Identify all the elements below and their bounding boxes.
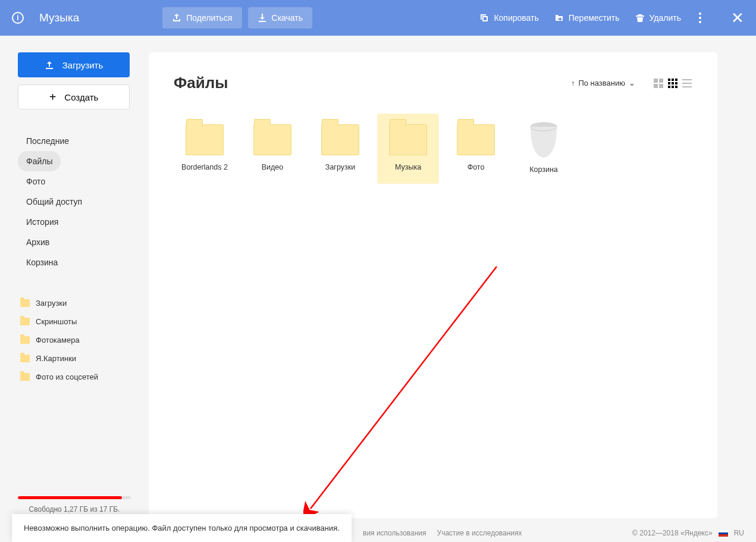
plus-icon: + [49, 90, 57, 104]
close-selection-button[interactable]: ✕ [731, 9, 744, 27]
trash-bin-icon [527, 122, 560, 159]
upload-button[interactable]: Загрузить [18, 52, 130, 77]
svg-rect-10 [668, 86, 670, 88]
file-item-1[interactable]: Видео [241, 114, 303, 184]
svg-rect-8 [672, 82, 674, 84]
folder-icon [389, 124, 427, 155]
nav-item-0[interactable]: Последние [18, 131, 131, 151]
file-grid: Borderlands 2ВидеоЗагрузкиМузыкаФотоКорз… [174, 114, 692, 184]
storage-meter: Свободно 1,27 ГБ из 17 ГБ. [18, 496, 131, 513]
file-item-2[interactable]: Загрузки [309, 114, 371, 184]
file-browser: Файлы ↑ По названию ⌄ Borderlands 2Видео… [149, 52, 717, 518]
move-icon [554, 13, 564, 23]
page-title: Файлы [174, 74, 228, 92]
nav-item-4[interactable]: История [18, 212, 131, 232]
quick-folder-label: Я.Картинки [36, 354, 76, 363]
quick-folder-4[interactable]: Фото из соцсетей [18, 368, 131, 386]
footer-research-link[interactable]: Участие в исследованиях [437, 529, 522, 537]
sort-dropdown[interactable]: ↑ По названию ⌄ [571, 79, 635, 87]
selection-title: Музыка [39, 11, 79, 24]
file-item-0[interactable]: Borderlands 2 [174, 114, 236, 184]
nav-item-1[interactable]: Файлы [18, 151, 61, 171]
svg-rect-3 [659, 84, 663, 88]
more-menu-button[interactable] [697, 12, 704, 23]
file-item-name: Загрузки [309, 162, 371, 172]
copy-button[interactable]: Копировать [479, 13, 538, 23]
info-icon[interactable]: i [12, 12, 24, 24]
storage-text: Свободно 1,27 ГБ из 17 ГБ. [18, 505, 131, 513]
create-button[interactable]: + Создать [18, 84, 130, 109]
flag-ru-icon [719, 530, 728, 537]
arrow-up-icon: ↑ [571, 79, 575, 87]
svg-rect-13 [682, 79, 692, 80]
delete-button[interactable]: Удалить [635, 13, 681, 23]
move-button[interactable]: Переместить [554, 13, 620, 23]
file-item-3[interactable]: Музыка [377, 114, 439, 184]
quick-folders: ЗагрузкиСкриншотыФотокамераЯ.КартинкиФот… [18, 294, 131, 386]
svg-rect-2 [654, 84, 658, 88]
download-label: Скачать [272, 13, 303, 23]
quick-folder-1[interactable]: Скриншоты [18, 312, 131, 331]
quick-folder-label: Загрузки [36, 299, 67, 308]
folder-mini-icon [20, 299, 30, 307]
svg-rect-5 [672, 79, 674, 81]
file-item-5[interactable]: Корзина [513, 114, 575, 184]
folder-icon [321, 124, 359, 155]
copy-icon [479, 13, 489, 23]
svg-rect-4 [668, 79, 670, 81]
quick-folder-0[interactable]: Загрузки [18, 294, 131, 312]
nav-item-3[interactable]: Общий доступ [18, 192, 131, 212]
folder-mini-icon [20, 373, 30, 381]
view-list-icon[interactable] [682, 78, 692, 89]
footer-terms-link[interactable]: вия использования [363, 529, 426, 537]
svg-rect-11 [672, 86, 674, 88]
create-label: Создать [64, 92, 98, 102]
view-large-grid-icon[interactable] [653, 78, 664, 89]
quick-folder-label: Фото из соцсетей [36, 372, 98, 381]
folder-mini-icon [20, 318, 30, 325]
svg-rect-9 [675, 82, 677, 84]
move-label: Переместить [569, 13, 620, 23]
file-item-name: Корзина [513, 165, 575, 174]
download-button[interactable]: Скачать [248, 7, 313, 29]
nav-section: ПоследниеФайлыФотоОбщий доступИсторияАрх… [18, 131, 131, 272]
sort-label: По названию [578, 79, 625, 87]
folder-mini-icon [20, 355, 30, 362]
storage-fill [18, 496, 122, 499]
svg-rect-0 [654, 79, 658, 83]
nav-item-5[interactable]: Архив [18, 232, 131, 252]
sidebar: Загрузить + Создать ПоследниеФайлыФотоОб… [0, 36, 149, 542]
footer-lang[interactable]: RU [734, 529, 744, 537]
svg-rect-12 [675, 86, 677, 88]
footer-copyright: © 2012—2018 «Яндекс» [632, 529, 713, 537]
delete-label: Удалить [650, 13, 681, 23]
nav-item-2[interactable]: Фото [18, 171, 131, 192]
quick-folder-2[interactable]: Фотокамера [18, 331, 131, 349]
svg-rect-1 [659, 79, 663, 83]
trash-icon [635, 13, 645, 23]
file-item-4[interactable]: Фото [445, 114, 507, 184]
quick-folder-3[interactable]: Я.Картинки [18, 349, 131, 368]
download-icon [258, 13, 267, 23]
folder-icon [253, 124, 291, 155]
share-button[interactable]: Поделиться [162, 7, 241, 29]
file-item-name: Видео [241, 162, 303, 172]
view-switcher [653, 78, 692, 89]
view-small-grid-icon[interactable] [667, 78, 678, 89]
quick-folder-label: Фотокамера [36, 336, 80, 344]
error-toast: Невозможно выполнить операцию. Файл дост… [12, 514, 352, 542]
folder-mini-icon [20, 336, 30, 344]
selection-toolbar: i Музыка Поделиться Скачать Копировать П… [0, 0, 756, 36]
folder-icon [186, 124, 224, 155]
svg-rect-7 [668, 82, 670, 84]
folder-icon [457, 124, 495, 155]
copy-label: Копировать [494, 13, 538, 23]
nav-item-6[interactable]: Корзина [18, 252, 131, 272]
file-item-name: Фото [445, 162, 507, 172]
file-item-name: Музыка [377, 162, 439, 172]
share-icon [172, 13, 181, 23]
svg-rect-14 [682, 83, 692, 84]
quick-folder-label: Скриншоты [36, 317, 77, 326]
chevron-down-icon: ⌄ [629, 79, 635, 87]
share-label: Поделиться [186, 13, 232, 23]
